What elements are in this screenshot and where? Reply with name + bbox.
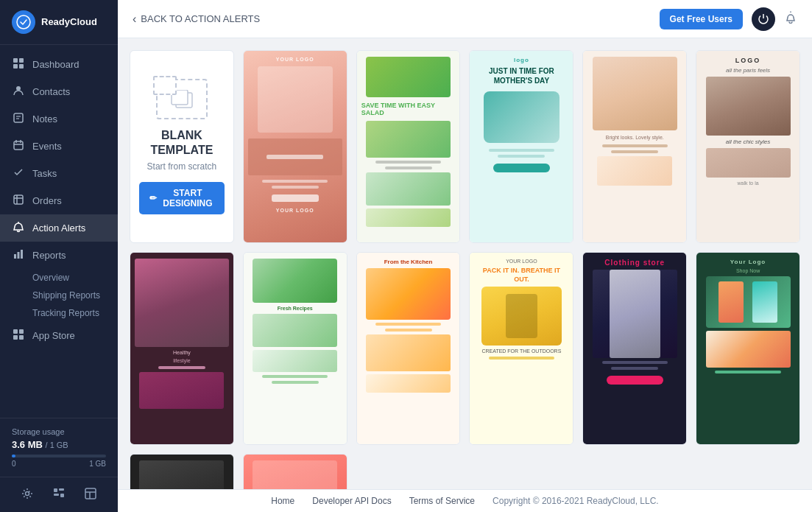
blank-template-card[interactable]: BLANK TEMPLATE Start from scratch ✏ STAR… (130, 50, 234, 243)
template-card-food-green2[interactable]: Fresh Recipes (243, 252, 347, 445)
get-free-users-button[interactable]: Get Free Users (660, 9, 743, 29)
svg-rect-24 (59, 488, 64, 491)
layout-icon[interactable] (82, 485, 99, 505)
storage-bar-fill (12, 455, 15, 457)
pencil-icon: ✏ (149, 193, 157, 203)
back-button[interactable]: ‹ BACK TO ACTION ALERTS (133, 13, 260, 26)
app-store-icon (12, 329, 25, 343)
sidebar-item-tracking-reports[interactable]: Tracking Reports (0, 304, 118, 322)
sidebar-logo[interactable]: ReadyCloud (0, 0, 118, 45)
sidebar-item-reports[interactable]: Reports (0, 242, 118, 269)
template-card-product-teal[interactable]: logo JUST IN TIME FOR MOTHER'S DAY (469, 50, 573, 243)
footer-api-docs-link[interactable]: Developer API Docs (312, 496, 391, 506)
template-card-food-recipe[interactable]: From the Kitchen (356, 252, 461, 445)
sidebar-item-notes[interactable]: Notes (0, 105, 118, 133)
blank-template-subtitle: Start from scratch (147, 161, 217, 172)
power-button[interactable] (752, 7, 775, 31)
svg-rect-18 (13, 329, 18, 334)
dashboard-icon (12, 57, 25, 71)
sidebar-item-app-store[interactable]: App Store (0, 322, 118, 349)
footer-home-link[interactable]: Home (271, 496, 294, 506)
sidebar-item-action-alerts[interactable]: Action Alerts (0, 214, 118, 242)
reports-icon (12, 248, 25, 262)
start-designing-button[interactable]: ✏ START DESIGNING (139, 182, 225, 214)
template-card-product-red[interactable] (243, 454, 347, 489)
svg-rect-26 (60, 494, 64, 497)
topbar: ‹ BACK TO ACTION ALERTS Get Free Users (118, 0, 812, 38)
template-card-dark-thinking[interactable]: Still Thinking It Over? (130, 454, 234, 489)
svg-rect-19 (19, 329, 24, 334)
svg-rect-16 (18, 252, 20, 259)
sidebar-item-contacts[interactable]: Contacts (0, 78, 118, 105)
template-grid: BLANK TEMPLATE Start from scratch ✏ STAR… (130, 50, 800, 489)
svg-rect-17 (21, 250, 23, 259)
template-card-fashion-dark[interactable]: LOGO all the paris feels all the chic st… (696, 50, 800, 243)
sidebar-bottom-icons (0, 477, 118, 512)
footer-tos-link[interactable]: Terms of Service (409, 496, 475, 506)
svg-rect-9 (14, 141, 23, 150)
notes-icon (12, 112, 25, 126)
template-card-fashion-pink[interactable]: YOUR LOGO YOUR LOGO (243, 50, 347, 243)
orders-icon (12, 194, 25, 208)
notification-bell-icon[interactable] (784, 10, 797, 27)
sidebar-item-shipping-reports[interactable]: Shipping Reports (0, 287, 118, 304)
svg-point-5 (16, 86, 21, 91)
sidebar-item-events[interactable]: Events (0, 133, 118, 160)
svg-rect-6 (14, 113, 23, 122)
tasks-icon (12, 166, 25, 180)
storage-bar (12, 455, 106, 457)
svg-point-0 (17, 15, 30, 29)
svg-rect-21 (19, 335, 24, 340)
svg-rect-25 (54, 494, 59, 496)
logo-text: ReadyCloud (41, 16, 97, 28)
sidebar-item-dashboard[interactable]: Dashboard (0, 51, 118, 78)
sidebar-item-overview[interactable]: Overview (0, 269, 118, 287)
template-card-food-salad[interactable]: SAVE TIME WITH EASY SALAD (356, 50, 461, 243)
svg-rect-3 (13, 64, 18, 69)
sidebar-item-tasks[interactable]: Tasks (0, 160, 118, 187)
svg-rect-15 (14, 254, 16, 259)
template-gallery: BLANK TEMPLATE Start from scratch ✏ STAR… (118, 38, 812, 489)
template-card-style-darkgreen[interactable]: Your Logo Shop Now (696, 252, 800, 445)
footer: Home Developer API Docs Terms of Service… (118, 489, 812, 512)
svg-rect-27 (85, 488, 96, 499)
svg-rect-13 (14, 195, 23, 204)
storage-label: Storage usage (12, 427, 106, 436)
storage-value: 3.6 MB / 1 GB (12, 439, 106, 450)
template-card-photo-pink[interactable]: Healthy lifestyle (130, 252, 234, 445)
settings-icon[interactable] (18, 485, 36, 505)
grid-icon[interactable] (50, 485, 68, 505)
svg-rect-31 (172, 90, 188, 105)
template-card-product-yellow[interactable]: YOUR LOGO PACK IT IN. BREATHE IT OUT. CR… (469, 252, 573, 445)
svg-rect-20 (13, 335, 18, 340)
svg-rect-23 (54, 488, 57, 492)
blank-template-icon (156, 79, 208, 119)
main-content: ‹ BACK TO ACTION ALERTS Get Free Users (118, 0, 812, 512)
sidebar-item-orders[interactable]: Orders (0, 187, 118, 214)
svg-rect-1 (13, 58, 18, 63)
events-icon (12, 139, 25, 153)
svg-rect-4 (19, 64, 24, 69)
sidebar: ReadyCloud Dashboard Contacts Notes Even… (0, 0, 118, 512)
template-card-lifestyle-peach[interactable]: Bright looks. Lovely style. (582, 50, 687, 243)
logo-icon (12, 10, 35, 34)
footer-copyright: Copyright © 2016-2021 ReadyCloud, LLC. (493, 496, 659, 506)
svg-rect-2 (19, 58, 24, 63)
action-alerts-icon (12, 221, 25, 235)
template-card-fashion-dark2[interactable]: Clothing store (582, 252, 687, 445)
storage-section: Storage usage 3.6 MB / 1 GB 0 1 GB (0, 418, 118, 477)
topbar-right: Get Free Users (660, 7, 797, 31)
svg-point-22 (26, 492, 29, 496)
back-arrow-icon: ‹ (133, 13, 136, 26)
blank-template-title: BLANK TEMPLATE (139, 128, 225, 156)
storage-range: 0 1 GB (12, 460, 106, 468)
nav-list: Dashboard Contacts Notes Events Tasks (0, 45, 118, 418)
contacts-icon (12, 85, 25, 99)
